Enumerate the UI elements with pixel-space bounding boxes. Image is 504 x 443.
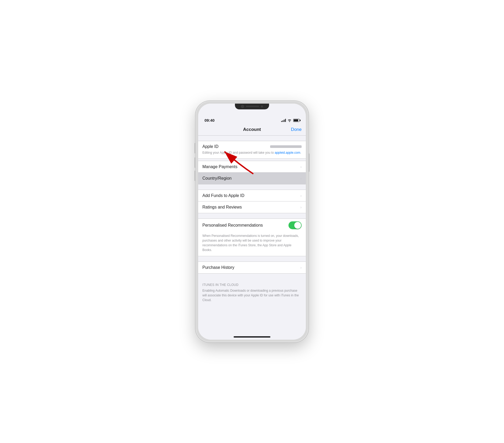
- speaker: [246, 106, 259, 107]
- purchase-history-label: Purchase History: [202, 265, 234, 270]
- nav-bar: Account Done: [198, 124, 306, 136]
- toggle-knob: [294, 222, 301, 229]
- country-region-item[interactable]: Country/Region ›: [198, 173, 306, 184]
- signal-icon: [281, 119, 286, 122]
- phone-device: 09:40 Account Done: [196, 101, 308, 342]
- ratings-reviews-right: ›: [300, 205, 302, 209]
- status-icons: [281, 119, 300, 122]
- content-scroll[interactable]: Apple ID Editing your Apple ID and passw…: [198, 136, 306, 336]
- ratings-reviews-chevron: ›: [300, 205, 302, 209]
- ratings-reviews-item[interactable]: Ratings and Reviews ›: [198, 201, 306, 213]
- wifi-icon: [287, 119, 292, 122]
- purchase-history-section: Purchase History ›: [198, 261, 306, 274]
- purchase-history-item[interactable]: Purchase History ›: [198, 262, 306, 273]
- notch-bar: [198, 104, 306, 117]
- manage-payments-chevron: ›: [300, 165, 302, 169]
- add-funds-chevron: ›: [300, 194, 302, 198]
- add-funds-right: ›: [300, 194, 302, 198]
- apple-id-value-masked: [270, 145, 302, 148]
- personalised-label: Personalised Recommendations: [202, 223, 263, 228]
- personalised-description: When Personalised Recommendations is tur…: [198, 232, 306, 256]
- country-region-chevron: ›: [300, 176, 302, 180]
- sensor-dot: [261, 105, 263, 108]
- battery-icon: [293, 119, 300, 122]
- apple-id-section: Apple ID Editing your Apple ID and passw…: [198, 141, 306, 159]
- notch: [235, 104, 269, 109]
- itunes-cloud-section: ITUNES IN THE CLOUD Enabling Automatic D…: [198, 279, 306, 307]
- add-funds-label: Add Funds to Apple ID: [202, 193, 244, 198]
- purchase-history-chevron: ›: [300, 265, 302, 270]
- status-time: 09:40: [204, 118, 214, 122]
- home-indicator[interactable]: [234, 336, 270, 338]
- apple-id-description: Editing your Apple ID and password will …: [202, 151, 302, 155]
- manage-payments-item[interactable]: Manage Payments ›: [198, 161, 306, 173]
- personalised-section: Personalised Recommendations When Person…: [198, 218, 306, 256]
- done-button[interactable]: Done: [291, 127, 302, 132]
- funds-ratings-section: Add Funds to Apple ID › Ratings and Revi…: [198, 190, 306, 213]
- apple-id-link[interactable]: appleid.apple.com: [275, 151, 300, 154]
- apple-id-row: Apple ID: [202, 144, 302, 149]
- personalised-row: Personalised Recommendations: [198, 219, 306, 232]
- personalised-toggle[interactable]: [288, 221, 302, 229]
- nav-title: Account: [243, 127, 261, 132]
- apple-id-label: Apple ID: [202, 144, 218, 149]
- front-camera: [241, 105, 244, 108]
- purchase-history-right: ›: [300, 265, 302, 270]
- itunes-cloud-description: Enabling Automatic Downloads or download…: [198, 288, 306, 307]
- status-bar: 09:40: [198, 117, 306, 124]
- phone-screen: 09:40 Account Done: [198, 104, 306, 340]
- country-region-right: ›: [300, 176, 302, 180]
- payments-region-section: Manage Payments › Country/Region ›: [198, 161, 306, 184]
- manage-payments-right: ›: [300, 165, 302, 169]
- ratings-reviews-label: Ratings and Reviews: [202, 205, 242, 210]
- country-region-label: Country/Region: [202, 176, 232, 181]
- add-funds-item[interactable]: Add Funds to Apple ID ›: [198, 190, 306, 201]
- itunes-cloud-header: ITUNES IN THE CLOUD: [198, 279, 306, 288]
- manage-payments-label: Manage Payments: [202, 164, 237, 169]
